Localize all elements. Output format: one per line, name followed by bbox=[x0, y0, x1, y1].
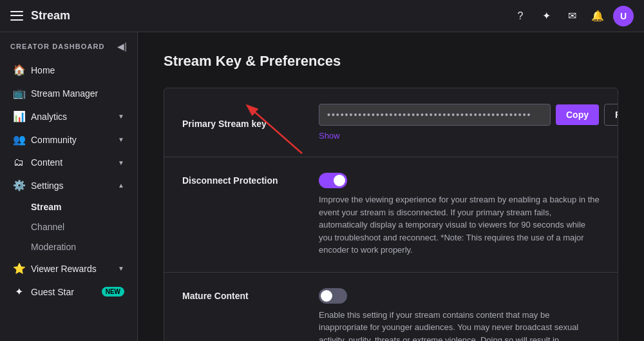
menu-icon[interactable] bbox=[10, 10, 23, 23]
help-icon[interactable]: ? bbox=[510, 6, 531, 26]
mature-description: Enable this setting if your stream conta… bbox=[319, 309, 600, 342]
sidebar-item-home[interactable]: 🏠 Home bbox=[3, 59, 135, 81]
sidebar-sub-channel-label: Channel bbox=[31, 222, 64, 232]
mail-icon[interactable]: ✉ bbox=[562, 6, 582, 26]
disconnect-toggle[interactable] bbox=[319, 173, 347, 188]
sidebar-item-settings[interactable]: ⚙️ Settings ▲ bbox=[3, 174, 135, 197]
stream-manager-icon: 📺 bbox=[13, 87, 24, 99]
community-chevron: ▼ bbox=[118, 136, 124, 143]
sidebar-item-guest-star[interactable]: ✦ Guest Star NEW bbox=[3, 280, 135, 303]
stream-key-input-wrapper: Copy Reset bbox=[319, 104, 618, 126]
new-badge: NEW bbox=[102, 287, 124, 297]
sidebar: CREATOR DASHBOARD ◀| 🏠 Home 📺 Stream Man… bbox=[0, 32, 138, 341]
sidebar-item-viewer-rewards-label: Viewer Rewards bbox=[31, 264, 111, 274]
mature-content-row: Mature Content Enable this setting if yo… bbox=[164, 273, 618, 342]
sidebar-sub-item-channel[interactable]: Channel bbox=[3, 217, 135, 237]
disconnect-protection-label: Disconnect Protection bbox=[182, 173, 298, 186]
content-icon: 🗂 bbox=[13, 157, 24, 168]
sidebar-item-analytics-label: Analytics bbox=[31, 112, 111, 122]
sidebar-item-stream-manager[interactable]: 📺 Stream Manager bbox=[3, 82, 135, 104]
sparkle-icon[interactable]: ✦ bbox=[536, 6, 556, 26]
sidebar-item-home-label: Home bbox=[31, 65, 124, 75]
topbar: Stream ? ✦ ✉ 🔔 U bbox=[0, 0, 644, 32]
content-chevron: ▼ bbox=[118, 159, 124, 166]
disconnect-description: Improve the viewing experience for your … bbox=[319, 193, 600, 257]
sidebar-item-content[interactable]: 🗂 Content ▼ bbox=[3, 151, 135, 173]
collapse-icon[interactable]: ◀| bbox=[117, 41, 127, 52]
notification-icon[interactable]: 🔔 bbox=[587, 6, 608, 26]
disconnect-protection-row: Disconnect Protection Improve the viewin… bbox=[164, 157, 618, 273]
sidebar-item-community[interactable]: 👥 Community ▼ bbox=[3, 128, 135, 151]
reset-button[interactable]: Reset bbox=[604, 104, 618, 126]
viewer-rewards-chevron: ▼ bbox=[118, 265, 124, 272]
show-link[interactable]: Show bbox=[319, 131, 340, 141]
sidebar-item-guest-star-label: Guest Star bbox=[31, 287, 91, 297]
sidebar-sub-item-moderation[interactable]: Moderation bbox=[3, 237, 135, 257]
sidebar-sub-stream-label: Stream bbox=[31, 202, 61, 212]
disconnect-protection-content: Improve the viewing experience for your … bbox=[319, 173, 600, 257]
community-icon: 👥 bbox=[13, 133, 24, 146]
page-title: Stream Key & Preferences bbox=[164, 53, 618, 70]
topbar-icons: ? ✦ ✉ 🔔 U bbox=[510, 6, 634, 26]
stream-key-label: Primary Stream key bbox=[182, 116, 298, 129]
settings-icon: ⚙️ bbox=[13, 179, 24, 191]
analytics-chevron: ▼ bbox=[118, 113, 124, 120]
sidebar-sub-item-stream[interactable]: Stream bbox=[3, 197, 135, 217]
viewer-rewards-icon: ⭐ bbox=[13, 262, 24, 275]
sidebar-item-settings-label: Settings bbox=[31, 180, 111, 191]
sidebar-item-stream-manager-label: Stream Manager bbox=[31, 88, 124, 99]
stream-key-content: Copy Reset Show bbox=[319, 104, 618, 141]
sidebar-item-content-label: Content bbox=[31, 157, 111, 168]
stream-key-row: Primary Stream key Copy Reset Show bbox=[164, 88, 618, 157]
sidebar-header: CREATOR DASHBOARD ◀| bbox=[0, 32, 137, 58]
sidebar-item-community-label: Community bbox=[31, 135, 111, 145]
mature-content-toggle[interactable] bbox=[319, 288, 347, 304]
guest-star-icon: ✦ bbox=[13, 286, 24, 298]
settings-card: Primary Stream key Copy Reset Show Disco… bbox=[164, 88, 618, 341]
analytics-icon: 📊 bbox=[13, 110, 24, 122]
sidebar-header-label: CREATOR DASHBOARD bbox=[10, 43, 105, 50]
settings-chevron: ▲ bbox=[118, 182, 124, 189]
mature-content-label: Mature Content bbox=[182, 288, 298, 301]
sidebar-sub-moderation-label: Moderation bbox=[31, 242, 76, 252]
sidebar-item-analytics[interactable]: 📊 Analytics ▼ bbox=[3, 105, 135, 128]
content-area: Stream Key & Preferences Primary Stream … bbox=[138, 32, 644, 341]
mature-content-content: Enable this setting if your stream conta… bbox=[319, 288, 600, 342]
mature-description-text: Enable this setting if your stream conta… bbox=[319, 310, 596, 342]
avatar[interactable]: U bbox=[613, 6, 634, 26]
copy-button[interactable]: Copy bbox=[556, 104, 599, 125]
main-layout: CREATOR DASHBOARD ◀| 🏠 Home 📺 Stream Man… bbox=[0, 32, 644, 341]
sidebar-item-viewer-rewards[interactable]: ⭐ Viewer Rewards ▼ bbox=[3, 257, 135, 280]
home-icon: 🏠 bbox=[13, 64, 24, 76]
stream-key-input[interactable] bbox=[319, 104, 551, 126]
topbar-title: Stream bbox=[31, 9, 502, 23]
